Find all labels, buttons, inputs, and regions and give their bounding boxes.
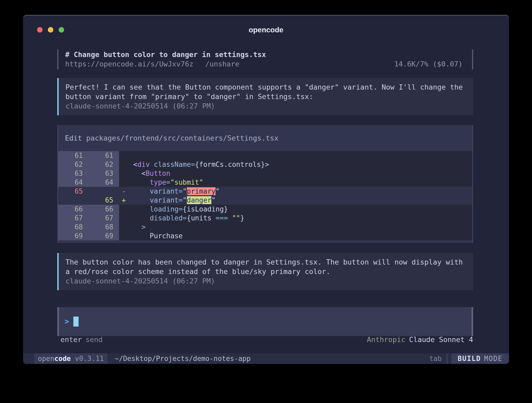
app-version-chip: opencodev0.3.11 bbox=[34, 353, 108, 364]
diff-row: 6868 > bbox=[58, 223, 472, 231]
code-line: variant="danger" bbox=[131, 196, 216, 205]
code-line: <div className={formCs.controls}> bbox=[131, 160, 269, 169]
token-usage: 14.6K/7% ($0.07) bbox=[394, 59, 472, 69]
diff-row: 65- variant="primary" bbox=[58, 187, 472, 196]
provider-label: Anthropic bbox=[367, 335, 405, 344]
edit-tool-card: Edit packages/frontend/src/containers/Se… bbox=[57, 125, 473, 243]
session-title: # Change button color to danger in setti… bbox=[65, 50, 472, 59]
prompt-symbol: > bbox=[65, 317, 69, 326]
unshare-command[interactable]: /unshare bbox=[205, 59, 239, 69]
diff-sign: + bbox=[119, 196, 131, 205]
mode-suffix: MODE bbox=[484, 355, 503, 363]
new-line-number: 62 bbox=[89, 160, 119, 169]
code-line: disabled={units === ""} bbox=[131, 214, 244, 223]
prompt-input[interactable]: > bbox=[57, 307, 473, 336]
assistant-message-meta: claude-sonnet-4-20250514 (06:27 PM) bbox=[65, 276, 468, 286]
new-line-number: 65 bbox=[89, 196, 119, 205]
tool-name: Edit bbox=[65, 134, 82, 142]
session-header: # Change button color to danger in setti… bbox=[57, 49, 473, 69]
model-indicator: AnthropicClaude Sonnet 4 bbox=[367, 335, 473, 344]
app-name-bold: code bbox=[54, 355, 71, 363]
diff-view: 61616262<div className={formCs.controls}… bbox=[58, 151, 472, 240]
enter-hint: entersend bbox=[60, 335, 103, 344]
diff-row: 6969 Purchase bbox=[58, 231, 472, 240]
diff-row: 6767 disabled={units === ""} bbox=[58, 214, 472, 223]
edited-file-path: packages/frontend/src/containers/Setting… bbox=[86, 134, 279, 142]
status-bar-divider bbox=[446, 353, 448, 364]
code-line: Purchase bbox=[131, 231, 183, 240]
app-name-normal: open bbox=[38, 355, 54, 363]
diff-sign bbox=[119, 178, 131, 187]
new-line-number: 68 bbox=[89, 223, 119, 231]
diff-row: 6262<div className={formCs.controls}> bbox=[58, 160, 472, 169]
window-title: opencode bbox=[23, 26, 509, 34]
text-cursor bbox=[73, 317, 79, 327]
session-meta-row: https://opencode.ai/s/UwJxv76z /unshare … bbox=[65, 59, 472, 69]
old-line-number: 67 bbox=[58, 214, 89, 223]
old-line-number bbox=[58, 196, 89, 205]
old-line-number: 68 bbox=[58, 223, 89, 231]
old-line-number: 63 bbox=[58, 169, 89, 178]
status-bar: opencodev0.3.11 ~/Desktop/Projects/demo-… bbox=[23, 353, 509, 364]
new-line-number: 64 bbox=[89, 178, 119, 187]
diff-row: 6464 type="submit" bbox=[58, 178, 472, 187]
app-version: v0.3.11 bbox=[75, 355, 104, 363]
old-line-number: 69 bbox=[58, 231, 89, 240]
diff-row: 6666 loading={isLoading} bbox=[58, 205, 472, 214]
old-line-number: 61 bbox=[58, 151, 89, 160]
diff-sign: - bbox=[119, 187, 131, 196]
old-line-number: 62 bbox=[58, 160, 89, 169]
code-line: loading={isLoading} bbox=[131, 205, 228, 214]
assistant-message-meta: claude-sonnet-4-20250514 (06:27 PM) bbox=[65, 101, 468, 111]
diff-sign bbox=[119, 151, 131, 160]
working-directory: ~/Desktop/Projects/demo-notes-app bbox=[115, 353, 251, 364]
new-line-number: 69 bbox=[89, 231, 119, 240]
code-line: > bbox=[131, 223, 146, 231]
new-line-number: 61 bbox=[89, 151, 119, 160]
new-line-number: 63 bbox=[89, 169, 119, 178]
code-line bbox=[131, 151, 133, 160]
assistant-message-text: Perfect! I can see that the Button compo… bbox=[65, 82, 468, 101]
diff-row: 6363 <Button bbox=[58, 169, 472, 178]
old-line-number: 66 bbox=[58, 205, 89, 214]
diff-sign bbox=[119, 231, 131, 240]
status-bar-spacer bbox=[250, 353, 429, 364]
diff-sign bbox=[119, 223, 131, 231]
enter-key-label: enter bbox=[60, 335, 82, 344]
assistant-message: Perfect! I can see that the Button compo… bbox=[57, 78, 473, 115]
new-line-number bbox=[89, 187, 119, 196]
edit-tool-header: Edit packages/frontend/src/containers/Se… bbox=[58, 125, 472, 151]
enter-action-label: send bbox=[85, 335, 103, 344]
diff-sign bbox=[119, 169, 131, 178]
new-line-number: 66 bbox=[89, 205, 119, 214]
new-line-number: 67 bbox=[89, 214, 119, 223]
build-mode-chip: BUILDMODE bbox=[451, 353, 509, 364]
diff-row: 6161 bbox=[58, 151, 472, 160]
diff-sign bbox=[119, 214, 131, 223]
input-hint-row: entersend AnthropicClaude Sonnet 4 bbox=[57, 335, 473, 344]
code-line: <Button bbox=[131, 169, 170, 178]
diff-row: 65+ variant="danger" bbox=[58, 196, 472, 205]
old-line-number: 64 bbox=[58, 178, 89, 187]
diff-sign bbox=[119, 160, 131, 169]
assistant-message: The button color has been changed to dan… bbox=[57, 253, 473, 290]
opencode-window: opencode # Change button color to danger… bbox=[23, 15, 509, 364]
mode-name: BUILD bbox=[458, 355, 481, 363]
old-line-number: 65 bbox=[58, 187, 89, 196]
tab-key-hint: tab bbox=[429, 353, 442, 364]
diff-sign bbox=[119, 205, 131, 214]
share-url-link[interactable]: https://opencode.ai/s/UwJxv76z bbox=[65, 59, 193, 69]
assistant-message-text: The button color has been changed to dan… bbox=[65, 257, 468, 276]
code-line: variant="primary" bbox=[131, 187, 220, 196]
model-label: Claude Sonnet 4 bbox=[409, 335, 473, 344]
code-line: type="submit" bbox=[131, 178, 203, 187]
